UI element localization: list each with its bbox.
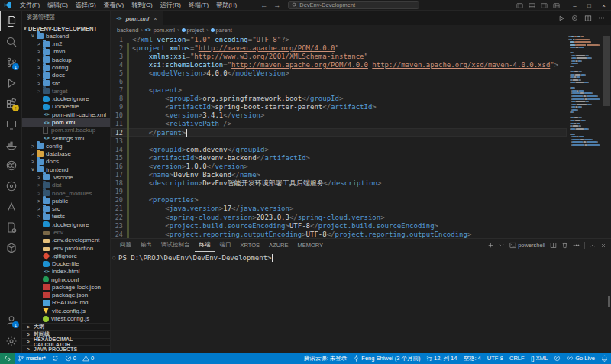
editor-scrollbar[interactable] [603, 36, 610, 106]
tree-item-tests[interactable]: >tests [22, 213, 110, 221]
menu-e[interactable]: 编辑(E) [44, 0, 72, 10]
minimap[interactable] [568, 36, 600, 147]
activity-file-settings-icon[interactable] [0, 217, 21, 237]
tree-item-docs[interactable]: >docs [22, 158, 110, 166]
activity-docker-icon[interactable] [0, 134, 21, 155]
menu-s[interactable]: 选择(S) [72, 0, 100, 10]
close-icon[interactable] [600, 243, 606, 249]
tab-close-icon[interactable]: × [154, 15, 157, 22]
activity-settings-icon[interactable] [0, 330, 21, 351]
menu-f[interactable]: 文件(F) [16, 0, 44, 10]
menu-v[interactable]: 查看(V) [100, 0, 128, 10]
tree-item-.gitignore[interactable]: .gitignore [22, 252, 110, 259]
activity-extensions-icon[interactable]: ! [0, 93, 21, 114]
tree-root[interactable]: ∨DEVENV-DEVELOPMENT [22, 24, 110, 32]
status-master[interactable]: master* [15, 353, 49, 364]
customize-layout-icon[interactable] [553, 2, 560, 9]
chevron-up-icon[interactable] [590, 243, 596, 249]
code-editor[interactable]: 1<?xml version="1.0" encoding="UTF-8"?>2… [111, 34, 611, 238]
tree-item-.mvn[interactable]: >.mvn [22, 48, 110, 56]
terminal-scrollbar[interactable] [608, 296, 610, 307]
menu-g[interactable]: 转到(G) [128, 0, 157, 10]
status-0[interactable]: 0 [79, 353, 97, 364]
more-actions-icon[interactable] [598, 14, 605, 21]
activity-package-cube-icon[interactable] [0, 237, 21, 258]
chevron-down-icon[interactable] [499, 243, 505, 249]
status-CRLF[interactable]: CRLF [506, 353, 528, 364]
activity-source-control-icon[interactable]: 1 [0, 52, 21, 72]
panel-tab-问题[interactable]: 问题 [115, 239, 136, 252]
status-FengShiwei3个月前[interactable]: Feng Shiwei (3 个月前) [350, 353, 423, 364]
activity-account-icon[interactable]: 1 [0, 310, 21, 330]
activity-azure-icon[interactable] [0, 196, 21, 217]
trash-icon[interactable] [561, 242, 568, 249]
activity-github-icon[interactable] [0, 176, 21, 196]
breadcrumb-pom.xml[interactable]: <>pom.xml [145, 27, 175, 34]
tree-item-.env[interactable]: .env [22, 228, 110, 236]
panel-tab-AZURE[interactable]: AZURE [264, 239, 293, 252]
panel-tab-端口[interactable]: 端口 [215, 239, 236, 252]
tree-item-pom-with-cache.xml[interactable]: <>pom-with-cache.xml [22, 111, 110, 118]
status-gear-circle-icon[interactable] [551, 353, 564, 364]
activity-search-icon[interactable] [0, 31, 21, 52]
menu-h[interactable]: 帮助(H) [212, 0, 241, 10]
panel-tab-MEMORY[interactable]: MEMORY [293, 239, 328, 252]
tree-item-nodemodules[interactable]: >node_modules [22, 189, 110, 197]
tree-item-target[interactable]: >target [22, 87, 110, 95]
tree-item-.env.development[interactable]: .env.development [22, 237, 110, 244]
tree-item-.env.production[interactable]: .env.production [22, 244, 110, 252]
tree-item-backup[interactable]: >backup [22, 56, 110, 63]
tree-item-backend[interactable]: ∨backend [22, 32, 110, 40]
run-icon[interactable] [558, 14, 565, 22]
explorer-more-icon[interactable]: ··· [98, 14, 106, 21]
tree-item-docs[interactable]: >docs [22, 72, 110, 79]
breadcrumb-backend[interactable]: backend [117, 27, 138, 34]
terminal[interactable]: ○ PS D:\PROJ\DevEnv\DevEnv-Development> [111, 252, 611, 353]
forward-icon[interactable]: → [273, 2, 280, 9]
status-空格4[interactable]: 空格: 4 [460, 353, 483, 364]
tree-item-package-lock.json[interactable]: package-lock.json [22, 283, 110, 291]
tree-item-config[interactable]: >config [22, 63, 110, 71]
tree-item-.m2[interactable]: >.m2 [22, 40, 110, 48]
tree-item-index.html[interactable]: <>index.html [22, 268, 110, 275]
tree-item-public[interactable]: >public [22, 197, 110, 205]
panel-tab-XRTOS[interactable]: XRTOS [236, 239, 265, 252]
remote-indicator[interactable] [0, 353, 15, 364]
tree-item-pom.xml[interactable]: <>pom.xml [22, 118, 110, 126]
status-XML[interactable]: {} XML [528, 353, 551, 364]
status-sync-icon[interactable] [49, 353, 62, 364]
menu-r[interactable]: 运行(R) [157, 0, 185, 10]
tree-item-src[interactable]: >src [22, 79, 110, 87]
panel-tab-调试控制台[interactable]: 调试控制台 [157, 239, 195, 252]
split-icon[interactable] [550, 242, 557, 249]
tab-pom-xml[interactable]: <> pom.xml × [111, 11, 163, 25]
gear-circle-icon[interactable] [571, 14, 578, 21]
more-icon[interactable] [573, 242, 580, 249]
tree-item-config[interactable]: >config [22, 142, 110, 150]
activity-explorer-icon[interactable] [0, 11, 21, 31]
tree-item-vite.config.js[interactable]: vite.config.js [22, 307, 110, 314]
activity-run-and-debug-icon[interactable] [0, 72, 21, 93]
tree-item-frontend[interactable]: ∨frontend [22, 166, 110, 173]
activity-remote-explorer-icon[interactable] [0, 114, 21, 134]
terminal-icon[interactable]: powershell [509, 242, 545, 249]
tree-item-README.md[interactable]: README.md [22, 299, 110, 307]
tree-item-src[interactable]: >src [22, 205, 110, 212]
toggle-sidebar-icon[interactable] [516, 2, 523, 9]
tree-item-vitest.config.js[interactable]: vitest.config.js [22, 314, 110, 322]
tree-item-.vscode[interactable]: >.vscode [22, 173, 110, 181]
menu-t[interactable]: 终端(T) [185, 0, 212, 10]
toggle-secondary-sidebar-icon[interactable] [541, 2, 548, 9]
tree-item-.dockerignore[interactable]: .dockerignore [22, 221, 110, 228]
close-button[interactable]: × [596, 0, 611, 11]
add-icon[interactable] [487, 242, 494, 249]
maximize-button[interactable]: □ [582, 0, 596, 11]
tree-item-Dockerfile[interactable]: Dockerfile [22, 103, 110, 111]
tree-item-package.json[interactable]: package.json [22, 292, 110, 299]
command-center-search[interactable]: DevEnv-Development [288, 1, 419, 9]
tree-item-nginx.conf[interactable]: nginx.conf [22, 275, 110, 283]
breadcrumb-project[interactable]: project [182, 27, 205, 34]
tree-item-database[interactable]: >database [22, 150, 110, 158]
back-icon[interactable]: ← [260, 2, 267, 9]
tree-item-Dockerfile[interactable]: Dockerfile [22, 259, 110, 267]
